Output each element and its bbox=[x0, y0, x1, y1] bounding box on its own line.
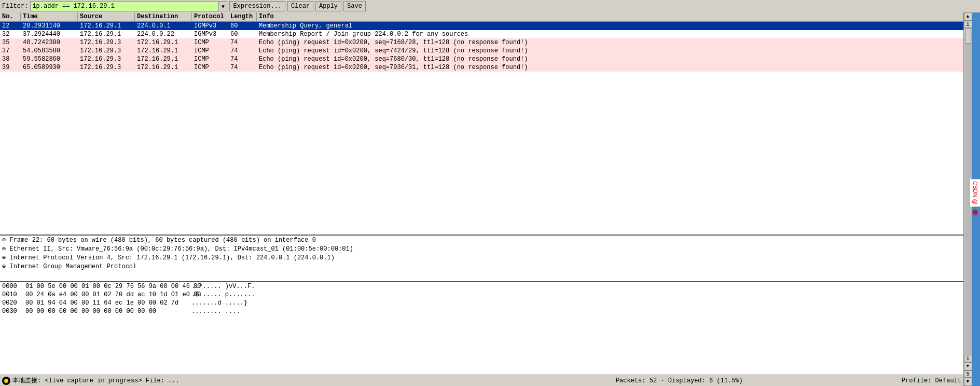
packet-row[interactable]: 2228.2931140172.16.29.1224.0.0.1IGMPv360… bbox=[0, 22, 963, 30]
save-button[interactable]: Save bbox=[343, 1, 366, 11]
packet-details: ⊕ Frame 22: 60 bytes on wire (480 bits),… bbox=[0, 235, 963, 281]
packet-cell-no: 32 bbox=[0, 30, 21, 38]
hex-bytes: 01 00 5e 00 00 01 00 0c 29 76 56 9a 08 0… bbox=[25, 283, 191, 290]
packet-cell-no: 37 bbox=[0, 47, 21, 55]
filter-input-wrapper: ▼ bbox=[30, 1, 227, 11]
packet-cell-source: 172.16.29.1 bbox=[78, 30, 135, 38]
scroll-up-arrow[interactable]: ▲ bbox=[964, 12, 972, 21]
status-profile-text: Profile: Default bbox=[902, 377, 961, 384]
col-header-length: Length bbox=[228, 12, 257, 21]
clear-button[interactable]: Clear bbox=[287, 1, 313, 11]
packet-cell-length: 60 bbox=[228, 30, 257, 38]
packet-cell-no: 22 bbox=[0, 22, 21, 30]
hex-row: 000001 00 5e 00 00 01 00 0c 29 76 56 9a … bbox=[0, 282, 963, 291]
detail-row[interactable]: ⊕ Frame 22: 60 bytes on wire (480 bits),… bbox=[0, 236, 963, 244]
packet-cell-source: 172.16.29.3 bbox=[78, 38, 135, 47]
col-header-no: No. bbox=[0, 12, 21, 21]
packet-row[interactable]: 3859.5582860172.16.29.3172.16.29.1ICMP74… bbox=[0, 55, 963, 63]
packet-cell-info: Echo (ping) request id=0x0200, seq=7680/… bbox=[257, 55, 963, 63]
hex-offset: 0010 bbox=[2, 291, 25, 298]
filter-dropdown-button[interactable]: ▼ bbox=[219, 1, 227, 11]
status-capture-text: 本地连接: <live capture in progress> File: .… bbox=[12, 376, 457, 385]
packet-cell-destination: 224.0.0.1 bbox=[135, 22, 192, 30]
expression-button[interactable]: Expression... bbox=[229, 1, 285, 11]
packet-cell-length: 60 bbox=[228, 22, 257, 30]
hex-panel: 000001 00 5e 00 00 01 00 0c 29 76 56 9a … bbox=[0, 281, 963, 375]
packet-list-panel: No. Time Source Destination Protocol Len… bbox=[0, 12, 963, 235]
col-header-source: Source bbox=[78, 12, 135, 21]
packet-cell-length: 74 bbox=[228, 55, 257, 63]
left-content: No. Time Source Destination Protocol Len… bbox=[0, 12, 963, 386]
packet-cell-no: 38 bbox=[0, 55, 21, 63]
packet-cell-time: 59.5582860 bbox=[21, 55, 78, 63]
status-icon-inner bbox=[4, 379, 8, 383]
packet-row[interactable]: 3754.0583580172.16.29.3172.16.29.1ICMP74… bbox=[0, 47, 963, 55]
hex-ascii: .$...... p....... bbox=[191, 291, 255, 298]
hex-row: 002000 01 94 04 00 00 11 64 ec 1e 00 00 … bbox=[0, 299, 963, 307]
hex-row: 003000 00 00 00 00 00 00 00 00 00 00 00.… bbox=[0, 307, 963, 315]
scroll-down-arrow-2[interactable]: ▼ bbox=[964, 378, 972, 386]
filter-label: Filter: bbox=[2, 3, 28, 10]
scroll-num-1: 1 bbox=[964, 21, 972, 28]
bottom-section: ⊕ Frame 22: 60 bytes on wire (480 bits),… bbox=[0, 235, 963, 375]
scroll-num-3: 5 bbox=[964, 370, 972, 378]
hex-bytes: 00 00 00 00 00 00 00 00 00 00 00 00 bbox=[25, 308, 191, 315]
packet-cell-destination: 172.16.29.1 bbox=[135, 38, 192, 47]
packet-cell-protocol: ICMP bbox=[192, 55, 228, 63]
packet-cell-protocol: ICMP bbox=[192, 38, 228, 47]
packet-cell-length: 74 bbox=[228, 47, 257, 55]
status-capture-icon bbox=[2, 377, 10, 385]
hex-offset: 0000 bbox=[2, 283, 25, 290]
packet-cell-info: Echo (ping) request id=0x0200, seq=7424/… bbox=[257, 47, 963, 55]
packet-cell-source: 172.16.29.3 bbox=[78, 63, 135, 72]
packet-list-body: 2228.2931140172.16.29.1224.0.0.1IGMPv360… bbox=[0, 22, 963, 235]
detail-row[interactable]: ⊕ Ethernet II, Src: Vmware_76:56:9a (00:… bbox=[0, 244, 963, 253]
packet-list-header: No. Time Source Destination Protocol Len… bbox=[0, 12, 963, 22]
packet-cell-info: Echo (ping) request id=0x0200, seq=7936/… bbox=[257, 63, 963, 72]
packet-cell-length: 74 bbox=[228, 63, 257, 72]
app-wrapper: No. Time Source Destination Protocol Len… bbox=[0, 12, 980, 386]
packet-cell-source: 172.16.29.1 bbox=[78, 22, 135, 30]
filter-input[interactable] bbox=[30, 1, 219, 11]
packet-cell-time: 48.7242300 bbox=[21, 38, 78, 47]
status-packets-text: Packets: 52 · Displayed: 6 (11.5%) bbox=[457, 377, 902, 384]
detail-row[interactable]: ⊕ Internet Group Management Protocol bbox=[0, 262, 963, 271]
packet-cell-destination: 224.0.0.22 bbox=[135, 30, 192, 38]
packet-cell-no: 39 bbox=[0, 63, 21, 72]
packet-row[interactable]: 3965.0589930172.16.29.3172.16.29.1ICMP74… bbox=[0, 63, 963, 72]
csdn-watermark: CSDN @竹等寒 bbox=[970, 179, 980, 206]
detail-row[interactable]: ⊕ Internet Protocol Version 4, Src: 172.… bbox=[0, 253, 963, 262]
packet-cell-source: 172.16.29.3 bbox=[78, 47, 135, 55]
packet-cell-protocol: ICMP bbox=[192, 63, 228, 72]
packet-cell-info: Membership Report / Join group 224.0.0.2… bbox=[257, 30, 963, 38]
scroll-num-2: 1 bbox=[964, 355, 972, 362]
status-bar: 本地连接: <live capture in progress> File: .… bbox=[0, 375, 963, 386]
scroll-down-arrow[interactable]: ▼ bbox=[964, 362, 972, 370]
packet-cell-destination: 172.16.29.1 bbox=[135, 63, 192, 72]
packet-cell-info: Membership Query, general bbox=[257, 22, 963, 30]
packet-cell-length: 74 bbox=[228, 38, 257, 47]
hex-ascii: .......d .....} bbox=[191, 299, 247, 307]
scroll-thumb[interactable] bbox=[965, 28, 971, 44]
packet-cell-protocol: ICMP bbox=[192, 47, 228, 55]
hex-ascii: ..^..... )vV...F. bbox=[191, 283, 255, 290]
packet-cell-destination: 172.16.29.1 bbox=[135, 55, 192, 63]
packet-row[interactable]: 3237.2924440172.16.29.1224.0.0.22IGMPv36… bbox=[0, 30, 963, 38]
col-header-destination: Destination bbox=[135, 12, 192, 21]
hex-offset: 0030 bbox=[2, 308, 25, 315]
packet-cell-source: 172.16.29.3 bbox=[78, 55, 135, 63]
col-header-time: Time bbox=[21, 12, 78, 21]
packet-cell-time: 28.2931140 bbox=[21, 22, 78, 30]
packet-row[interactable]: 3548.7242300172.16.29.3172.16.29.1ICMP74… bbox=[0, 38, 963, 47]
filter-bar: Filter: ▼ Expression... Clear Apply Save bbox=[0, 0, 980, 12]
hex-bytes: 00 24 0a e4 00 00 01 02 70 dd ac 10 1d 0… bbox=[25, 291, 191, 298]
packet-cell-no: 35 bbox=[0, 38, 21, 47]
packet-cell-protocol: IGMPv3 bbox=[192, 22, 228, 30]
packet-cell-time: 37.2924440 bbox=[21, 30, 78, 38]
apply-button[interactable]: Apply bbox=[315, 1, 341, 11]
hex-offset: 0020 bbox=[2, 299, 25, 307]
packet-cell-time: 65.0589930 bbox=[21, 63, 78, 72]
hex-row: 001000 24 0a e4 00 00 01 02 70 dd ac 10 … bbox=[0, 291, 963, 299]
packet-cell-destination: 172.16.29.1 bbox=[135, 47, 192, 55]
packet-cell-protocol: IGMPv3 bbox=[192, 30, 228, 38]
